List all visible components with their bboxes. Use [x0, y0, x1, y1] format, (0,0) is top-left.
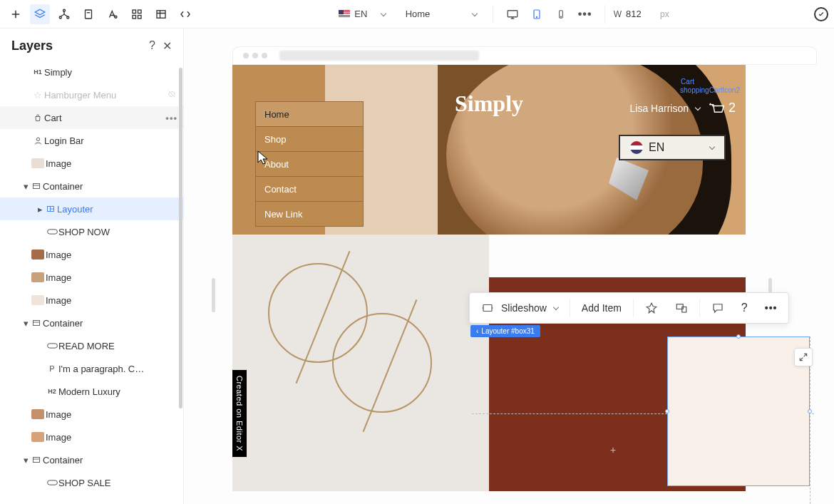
layer-label: READ MORE: [58, 341, 177, 351]
desktop-icon[interactable]: [502, 4, 523, 25]
layer-label: Image: [46, 432, 177, 443]
layers-tree[interactable]: H1Simply☆Hamburger MenuCart•••Login BarI…: [0, 61, 183, 504]
layer-label: I'm a paragraph. C…: [58, 364, 177, 374]
layouter-tag[interactable]: ‹Layouter #box31: [470, 325, 540, 337]
layer-row[interactable]: READ MORE: [0, 334, 183, 357]
canvas[interactable]: Simply Cart shoppingCartIcon2 Lisa Harri…: [184, 29, 834, 504]
responsive-icon[interactable]: [668, 296, 695, 320]
apps-icon[interactable]: [127, 4, 147, 24]
user-bar: Lisa Harrison 2: [630, 101, 736, 115]
language-select[interactable]: EN: [331, 4, 392, 25]
comment-icon[interactable]: [704, 296, 731, 320]
selection-handle[interactable]: [808, 409, 812, 413]
width-input[interactable]: [626, 9, 656, 19]
nav-menu-item[interactable]: Shop: [255, 126, 364, 152]
nav-menu-item[interactable]: About: [255, 151, 364, 177]
expand-arrow-icon[interactable]: ▾: [21, 318, 30, 329]
sidebar-scrollbar[interactable]: [178, 61, 182, 460]
selection-handle[interactable]: [736, 334, 741, 339]
hero-section: Simply Cart shoppingCartIcon2 Lisa Harri…: [232, 65, 746, 235]
layer-label: Modern Luxury: [58, 386, 177, 397]
svg-rect-6: [138, 10, 142, 14]
hidden-icon[interactable]: [166, 90, 177, 101]
cart-overlay-label: Cart: [681, 78, 694, 86]
flag-icon: [339, 10, 350, 18]
layer-label: Image: [46, 295, 177, 306]
layers-title: Layers: [11, 38, 53, 53]
more-devices-icon[interactable]: •••: [575, 4, 596, 25]
component-name: Slideshow: [501, 302, 547, 314]
chevron-down-icon[interactable]: [695, 104, 701, 110]
page-select[interactable]: Home: [398, 4, 484, 25]
more-icon[interactable]: •••: [165, 113, 177, 123]
layer-row[interactable]: Image: [0, 266, 183, 289]
tablet-icon[interactable]: [526, 4, 547, 25]
layer-row[interactable]: H1Simply: [0, 61, 183, 83]
layer-row[interactable]: SHOP SALE: [0, 471, 183, 494]
code-icon[interactable]: [175, 4, 195, 24]
site-structure-icon[interactable]: [54, 4, 74, 24]
user-name[interactable]: Lisa Harrison: [630, 103, 689, 114]
layer-label: SHOP NOW: [58, 227, 177, 237]
mobile-icon[interactable]: [550, 4, 572, 25]
layer-label: Container: [43, 318, 177, 329]
resize-handle-left[interactable]: [212, 278, 215, 312]
layer-label: SHOP SALE: [58, 478, 177, 488]
layer-label: Container: [43, 455, 177, 466]
layer-row[interactable]: Login Bar: [0, 129, 183, 152]
device-switcher: •••: [502, 4, 596, 25]
preview-lang: EN: [649, 141, 664, 154]
svg-rect-16: [34, 184, 40, 189]
nav-menu-item[interactable]: Home: [255, 101, 364, 127]
layer-row[interactable]: Image: [0, 426, 183, 448]
layer-row[interactable]: PI'm a paragraph. C…: [0, 357, 183, 380]
chevron-down-icon: [471, 10, 477, 16]
layers-icon[interactable]: [30, 4, 50, 24]
add-item-button[interactable]: Add Item: [575, 296, 629, 320]
layer-row[interactable]: Cart•••: [0, 106, 183, 129]
layer-row[interactable]: ▾Container: [0, 175, 183, 197]
expand-arrow-icon[interactable]: ▾: [21, 181, 30, 192]
more-icon[interactable]: •••: [758, 296, 785, 320]
design-icon[interactable]: [638, 296, 665, 320]
image-thumb-icon: [31, 295, 44, 305]
close-icon[interactable]: ✕: [163, 39, 172, 53]
layer-row[interactable]: Image: [0, 243, 183, 266]
svg-rect-3: [86, 10, 92, 19]
width-label: W: [614, 9, 622, 19]
toolbar-left-icons: [6, 4, 195, 24]
layer-row[interactable]: H2Modern Luxury: [0, 380, 183, 403]
page-icon[interactable]: [78, 4, 98, 24]
layer-row[interactable]: ☆Hamburger Menu: [0, 83, 183, 106]
layer-label: Image: [46, 409, 177, 420]
selection-box[interactable]: [667, 336, 810, 486]
site-logo[interactable]: Simply: [455, 91, 523, 117]
layer-row[interactable]: ▾Container: [0, 312, 183, 334]
help-icon[interactable]: ?: [734, 296, 755, 320]
top-toolbar: EN Home ••• W px: [0, 0, 834, 29]
layer-row[interactable]: Image: [0, 403, 183, 426]
layer-row[interactable]: ▾Container: [0, 448, 183, 471]
layer-row[interactable]: ▸Layouter•••: [0, 197, 183, 220]
component-selector[interactable]: Slideshow: [474, 296, 565, 320]
image-thumb-icon: [31, 409, 44, 419]
layer-row[interactable]: SHOP NOW: [0, 220, 183, 243]
expand-arrow-icon[interactable]: ▸: [36, 204, 44, 215]
nav-menu-item[interactable]: Contact: [255, 176, 364, 202]
add-icon[interactable]: [6, 4, 26, 24]
preview-language-select[interactable]: EN: [619, 135, 726, 160]
layer-row[interactable]: Image: [0, 289, 183, 312]
expand-arrow-icon[interactable]: ▾: [21, 455, 30, 466]
table-icon[interactable]: [151, 4, 171, 24]
selection-handle[interactable]: [665, 409, 669, 413]
nav-menu-item[interactable]: New Link: [255, 201, 364, 227]
expand-icon[interactable]: [794, 348, 813, 366]
text-icon[interactable]: [103, 4, 123, 24]
cart-button[interactable]: 2: [707, 101, 736, 115]
layer-row[interactable]: Image: [0, 152, 183, 175]
add-placeholder-icon[interactable]: +: [610, 444, 616, 456]
status-check-icon[interactable]: [814, 7, 828, 21]
url-bar: [279, 51, 479, 61]
help-icon[interactable]: ?: [149, 39, 155, 53]
image-thumb-icon: [31, 272, 44, 282]
